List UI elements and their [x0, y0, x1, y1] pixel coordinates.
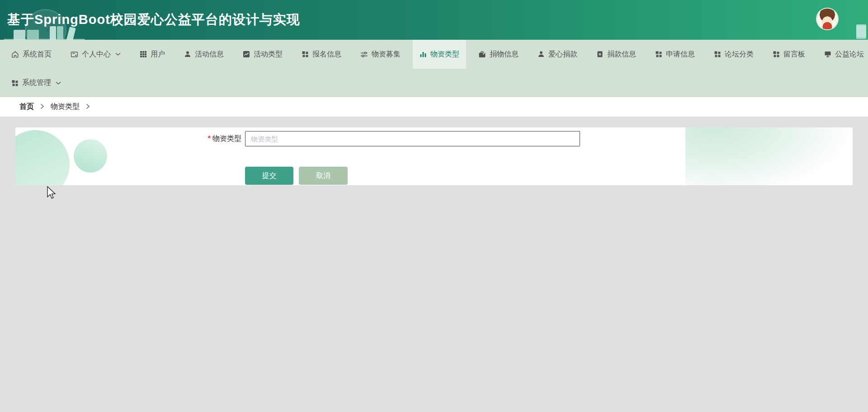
chevron-right-icon [40, 103, 44, 111]
required-asterisk: * [208, 135, 211, 142]
home-icon [11, 51, 19, 58]
nav-row-primary: 系统首页 个人中心 用户 活动信息 活动类型 报名信息 物资募集 [0, 40, 868, 69]
nav-item-signup-info[interactable]: 报名信息 [295, 40, 348, 69]
chevron-down-icon [115, 52, 121, 56]
nav-item-label: 物资募集 [372, 50, 401, 59]
form-card: *物资类型 提交 取消 [15, 127, 853, 185]
main-content: *物资类型 提交 取消 [0, 117, 868, 399]
nav-item-donation-info[interactable]: 捐款信息 [590, 40, 643, 69]
nav-item-label: 公益论坛 [835, 50, 864, 59]
material-type-form-item: *物资类型 [15, 131, 853, 146]
nav-item-forum-category[interactable]: 论坛分类 [707, 40, 760, 69]
avatar[interactable] [817, 9, 838, 29]
nav-item-label: 系统管理 [22, 78, 51, 88]
app-header: 基于SpringBoot校园爱心公益平台的设计与实现 [0, 0, 868, 40]
card-icon [71, 51, 78, 58]
nav-item-label: 捐物信息 [490, 50, 519, 59]
nav-item-label: 个人中心 [82, 50, 111, 59]
field-label-text: 物资类型 [212, 135, 241, 142]
breadcrumb-item-home[interactable]: 首页 [19, 102, 34, 112]
user-icon [184, 51, 191, 58]
submit-button[interactable]: 提交 [245, 167, 293, 185]
breadcrumb: 首页 物资类型 [0, 97, 868, 117]
nav-item-personal-center[interactable]: 个人中心 [64, 40, 127, 69]
nav-item-material-collection[interactable]: 物资募集 [354, 40, 407, 69]
nav-item-system-management[interactable]: 系统管理 [5, 69, 68, 97]
chevron-down-icon [56, 81, 61, 85]
nav-item-label: 爱心捐款 [548, 50, 577, 59]
nav-item-label: 用户 [151, 50, 165, 59]
sliders-icon [360, 51, 368, 58]
nav-item-label: 物资类型 [430, 50, 459, 59]
nav-item-material-type[interactable]: 物资类型 [413, 40, 466, 69]
nav-item-label: 系统首页 [23, 50, 52, 59]
chart-line-icon [243, 51, 250, 58]
chevron-right-icon [86, 103, 90, 111]
nav-item-donated-goods-info[interactable]: 捐物信息 [472, 40, 525, 69]
bar-chart-icon [420, 51, 427, 58]
nav-item-label: 捐款信息 [607, 50, 636, 59]
nav-item-label: 报名信息 [312, 50, 341, 59]
nav-item-label: 申请信息 [666, 50, 695, 59]
nav-item-activity-info[interactable]: 活动信息 [177, 40, 231, 69]
briefcase-icon [478, 51, 486, 58]
form-actions: 提交 取消 [245, 167, 348, 185]
material-type-input[interactable] [245, 131, 580, 146]
nav-item-label: 留言板 [783, 50, 805, 59]
grid9-icon [140, 51, 147, 58]
nav-item-label: 活动信息 [195, 50, 224, 59]
nav-item-love-donation[interactable]: 爱心捐款 [531, 40, 584, 69]
nav-item-charity-forum[interactable]: 公益论坛 [817, 40, 868, 69]
monitor-small-icon [824, 51, 831, 58]
nav-item-users[interactable]: 用户 [133, 40, 172, 69]
nav-row-secondary: 系统管理 [0, 69, 868, 97]
phone-icon [856, 24, 866, 39]
page-title: 基于SpringBoot校园爱心公益平台的设计与实现 [7, 11, 300, 29]
grid4-icon [302, 51, 309, 58]
grid4-icon [11, 80, 19, 87]
nav-item-activity-type[interactable]: 活动类型 [236, 40, 289, 69]
nav-item-application-info[interactable]: 申请信息 [648, 40, 702, 69]
breadcrumb-item-material-type: 物资类型 [51, 102, 80, 112]
grid4-icon [655, 51, 662, 58]
grid4-icon [714, 51, 721, 58]
nav-item-system-home[interactable]: 系统首页 [5, 40, 58, 69]
nav-item-label: 活动类型 [254, 50, 283, 59]
nav-item-message-board[interactable]: 留言板 [766, 40, 812, 69]
main-nav: 系统首页 个人中心 用户 活动信息 活动类型 报名信息 物资募集 [0, 40, 868, 97]
cancel-button[interactable]: 取消 [299, 167, 348, 185]
nav-item-label: 论坛分类 [725, 50, 754, 59]
user-icon [538, 51, 545, 58]
grid4-icon [773, 51, 780, 58]
doc-x-icon [596, 51, 604, 58]
material-type-label: *物资类型 [15, 134, 241, 144]
